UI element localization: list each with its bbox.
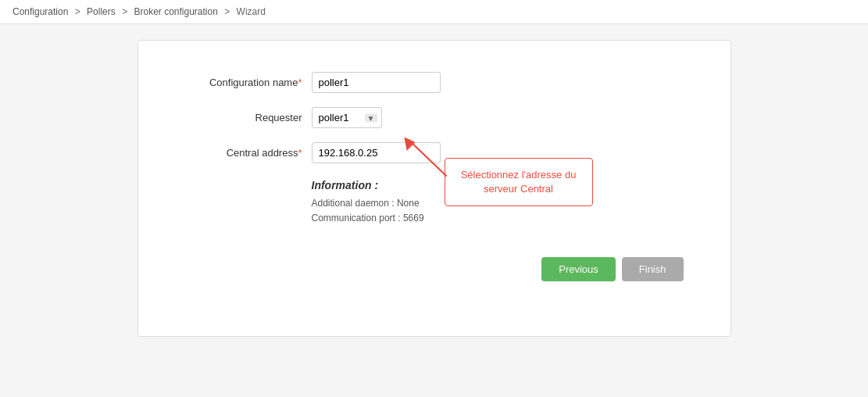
wizard-panel: Configuration name* poller1 Requester po…	[138, 40, 731, 337]
breadcrumb: Configuration > Pollers > Broker configu…	[0, 0, 868, 24]
config-name-label: Configuration name*	[185, 77, 302, 88]
central-address-label: Central address*	[185, 147, 302, 159]
config-name-input[interactable]: poller1	[312, 72, 441, 93]
requester-label: Requester	[185, 112, 302, 123]
breadcrumb-configuration[interactable]: Configuration	[13, 6, 68, 17]
requester-select-wrapper: poller1 ▼	[312, 107, 382, 128]
central-address-required: *	[298, 147, 302, 159]
config-name-required: *	[298, 77, 302, 88]
svg-line-0	[408, 140, 446, 177]
footer-buttons: Previous Finish	[185, 249, 684, 281]
tooltip-text: Sélectionnez l'adresse du serveur Centra…	[461, 169, 577, 195]
breadcrumb-separator-3: >	[224, 6, 230, 17]
breadcrumb-separator-1: >	[75, 6, 80, 17]
form-section: Configuration name* poller1 Requester po…	[185, 72, 684, 163]
communication-port-line: Communication port : 5669	[312, 211, 684, 226]
previous-button[interactable]: Previous	[541, 257, 616, 281]
tooltip-box: Sélectionnez l'adresse du serveur Centra…	[445, 158, 593, 206]
breadcrumb-pollers[interactable]: Pollers	[87, 6, 116, 17]
finish-button[interactable]: Finish	[622, 257, 684, 281]
config-name-row: Configuration name* poller1	[185, 72, 684, 93]
requester-row: Requester poller1 ▼	[185, 107, 684, 128]
requester-select[interactable]: poller1	[312, 107, 382, 128]
breadcrumb-separator-2: >	[122, 6, 127, 17]
main-content: Configuration name* poller1 Requester po…	[0, 24, 868, 352]
central-address-row: Central address* 192.168.0.25 Sélectionn…	[185, 142, 684, 163]
central-address-tooltip-container: 192.168.0.25 Sélectionnez l'adresse du s…	[312, 142, 441, 163]
tooltip-arrow-icon	[400, 135, 451, 178]
breadcrumb-broker-configuration[interactable]: Broker configuration	[134, 6, 217, 17]
breadcrumb-wizard: Wizard	[237, 6, 266, 17]
